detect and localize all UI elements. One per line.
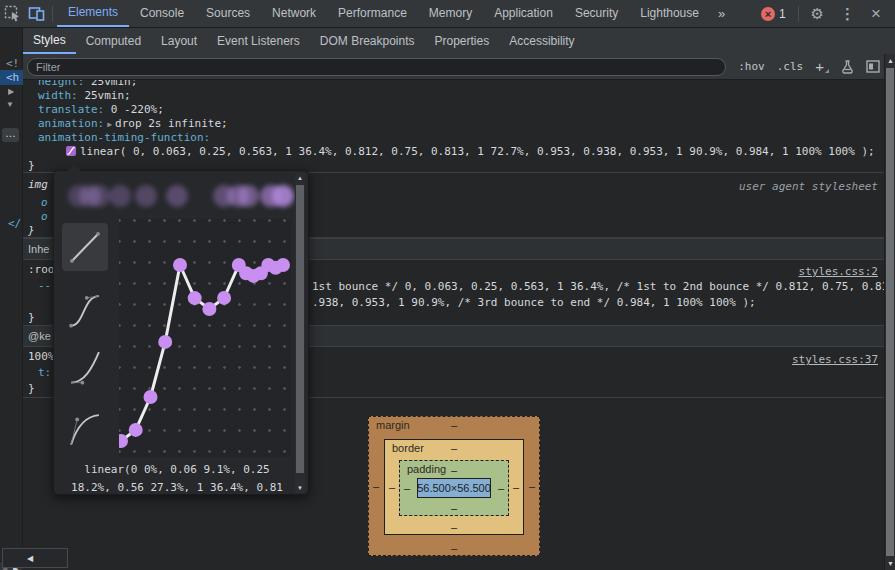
easing-swatch-icon[interactable] — [66, 146, 76, 156]
css-property[interactable]: height: — [38, 80, 84, 88]
box-model-content[interactable]: 56.500×56.500 — [417, 478, 491, 498]
margin-bottom-value[interactable]: – — [451, 542, 457, 554]
scrollbar-thumb[interactable] — [886, 68, 894, 556]
css-value-fragment: 1st bounce */ 0, 0.063, 0.25, 0.563, 1 3… — [312, 280, 884, 294]
dom-node-doctype[interactable]: <! — [6, 57, 19, 70]
animation-preview-dot — [237, 185, 259, 207]
tab-properties[interactable]: Properties — [425, 28, 500, 54]
css-value[interactable]: drop 2s infinite; — [115, 117, 228, 130]
padding-right-value[interactable]: – — [498, 482, 504, 494]
tab-console[interactable]: Console — [129, 0, 195, 27]
error-badge[interactable]: × 1 — [753, 7, 794, 21]
tab-layout[interactable]: Layout — [151, 28, 207, 54]
css-value[interactable]: 0 -220%; — [111, 103, 164, 116]
expand-node-icon[interactable]: ▶ — [8, 87, 14, 96]
css-declaration[interactable]: width: 25vmin; — [23, 89, 884, 103]
tab-elements[interactable]: Elements — [57, 0, 129, 27]
error-count: 1 — [779, 7, 786, 21]
tab-security[interactable]: Security — [564, 0, 629, 27]
padding-left-value[interactable]: – — [404, 482, 410, 494]
css-property[interactable]: animation: — [38, 117, 104, 130]
css-declaration[interactable]: translate: 0 -220%; — [23, 103, 884, 117]
device-toolbar-icon[interactable] — [24, 2, 48, 26]
toggle-element-state-button[interactable]: :hov — [738, 60, 765, 73]
border-left-value[interactable]: – — [389, 481, 395, 493]
tab-lighthouse[interactable]: Lighthouse — [629, 0, 710, 27]
tab-sources[interactable]: Sources — [195, 0, 261, 27]
popup-scrollbar-thumb[interactable] — [296, 185, 304, 473]
easing-function-caption-line1: linear(0 0%, 0.06 9.1%, 0.25 — [62, 463, 292, 476]
css-value[interactable]: 25vmin; — [84, 89, 130, 102]
padding-top-value[interactable]: – — [451, 464, 457, 476]
styles-filter-row: :hov .cls + — [23, 54, 884, 80]
box-model-padding[interactable]: padding – – – – 56.500×56.500 — [399, 460, 509, 516]
breadcrumb-scroll-left-icon[interactable]: ◀ — [27, 554, 33, 563]
tab-dom-breakpoints[interactable]: DOM Breakpoints — [310, 28, 425, 54]
popup-scrollbar[interactable]: ▲ ▼ — [295, 173, 305, 493]
margin-right-value[interactable]: – — [529, 480, 535, 492]
animation-preview-dot — [166, 185, 188, 207]
css-property[interactable]: translate: — [38, 103, 104, 116]
more-options-icon[interactable]: ⋮ — [832, 5, 863, 23]
css-property[interactable]: animation-timing-function: — [38, 131, 210, 144]
css-value[interactable]: 25vmin; — [91, 80, 137, 88]
preset-linear[interactable] — [62, 223, 108, 271]
padding-label: padding — [407, 463, 446, 475]
css-property[interactable]: width: — [38, 89, 78, 102]
css-value[interactable]: linear( 0, 0.063, 0.25, 0.563, 1 36.4%, … — [80, 145, 875, 158]
preset-ease-in[interactable] — [62, 343, 108, 391]
border-bottom-value[interactable]: – — [451, 521, 457, 533]
inspect-element-icon[interactable] — [0, 2, 24, 26]
dom-node-selected[interactable]: <h — [0, 70, 23, 85]
breadcrumb-bar: ◀ — [2, 548, 68, 568]
scroll-up-icon[interactable]: ▲ — [885, 57, 895, 64]
close-devtools-icon[interactable]: × — [863, 4, 889, 24]
more-tabs-icon[interactable]: » — [710, 6, 733, 21]
scroll-down-icon[interactable]: ▼ — [885, 560, 895, 567]
tab-accessibility[interactable]: Accessibility — [499, 28, 584, 54]
element-classes-button[interactable]: .cls — [777, 60, 804, 73]
padding-bottom-value[interactable]: – — [451, 502, 457, 514]
box-model-margin[interactable]: margin – – – – border – – – – padding – … — [368, 416, 540, 556]
computed-sidebar-toggle-icon[interactable] — [866, 60, 880, 73]
preset-ease-out[interactable] — [62, 405, 108, 453]
css-declaration[interactable]: animation-timing-function: — [23, 131, 884, 145]
border-top-value[interactable]: – — [451, 442, 457, 454]
tab-computed[interactable]: Computed — [76, 28, 151, 54]
box-model-border[interactable]: border – – – – padding – – – – 56.500×56… — [384, 439, 524, 535]
new-style-rule-button[interactable]: + — [815, 58, 829, 75]
collapse-node-icon[interactable]: ▼ — [6, 100, 14, 109]
settings-gear-icon[interactable]: ⚙ — [803, 5, 832, 23]
source-link-styles-css-2[interactable]: styles.css:2 — [799, 265, 878, 279]
border-right-value[interactable]: – — [513, 481, 519, 493]
tab-application[interactable]: Application — [483, 0, 564, 27]
tab-styles[interactable]: Styles — [23, 28, 76, 54]
scroll-down-icon[interactable]: ▼ — [295, 485, 305, 491]
css-declaration[interactable]: animation:▶drop 2s infinite; — [23, 117, 884, 131]
easing-editor-popup: ▲ ▼ linear(0 0%, 0.06 9.1%, 0.25 18.2%, … — [53, 170, 309, 495]
tab-network[interactable]: Network — [261, 0, 327, 27]
margin-left-value[interactable]: – — [373, 480, 379, 492]
margin-top-value[interactable]: – — [451, 419, 457, 431]
preset-ease[interactable] — [62, 286, 108, 334]
rendering-emulations-flask-icon[interactable] — [841, 60, 854, 74]
tab-memory[interactable]: Memory — [418, 0, 483, 27]
selector[interactable]: 100% — [28, 350, 55, 363]
filter-input[interactable] — [27, 58, 726, 76]
tab-event-listeners[interactable]: Event Listeners — [207, 28, 310, 54]
show-more-nodes-button[interactable]: … — [2, 128, 19, 142]
popup-caret — [67, 164, 81, 171]
easing-curve[interactable] — [119, 219, 291, 457]
scroll-up-icon[interactable]: ▲ — [295, 175, 305, 181]
css-declaration-value-line[interactable]: linear( 0, 0.063, 0.25, 0.563, 1 36.4%, … — [23, 145, 884, 159]
animation-preview-dot — [135, 185, 157, 207]
css-declaration[interactable]: height: 25vmin; — [23, 80, 884, 89]
selector[interactable]: img — [28, 178, 48, 191]
source-link-styles-css-37[interactable]: styles.css:37 — [792, 353, 878, 367]
expand-shorthand-icon[interactable]: ▶ — [104, 120, 115, 129]
styles-pane-scrollbar[interactable]: ▲ ▼ — [884, 54, 895, 570]
animation-preview-row — [54, 181, 309, 215]
selector[interactable]: :roo — [28, 263, 55, 276]
css-value-fragment: .938, 0.953, 1 90.9%, /* 3rd bounce to e… — [312, 296, 756, 310]
tab-performance[interactable]: Performance — [327, 0, 418, 27]
